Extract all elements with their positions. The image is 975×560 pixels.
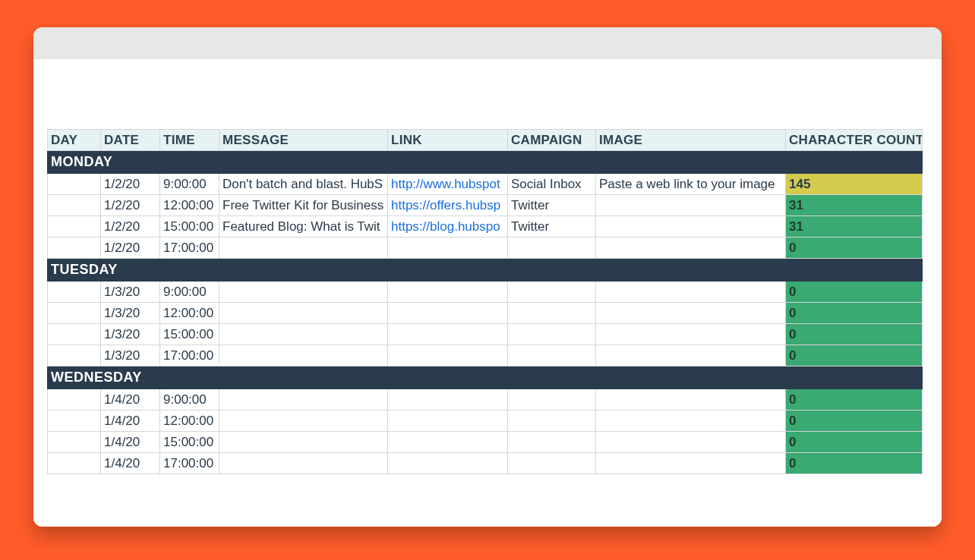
cell-image[interactable] xyxy=(596,345,786,367)
cell-message[interactable] xyxy=(219,345,388,367)
cell-time[interactable]: 12:00:00 xyxy=(160,195,219,216)
cell-time[interactable]: 15:00:00 xyxy=(160,216,219,238)
cell-image[interactable]: Paste a web link to your image xyxy=(596,174,786,195)
cell-time[interactable]: 17:00:00 xyxy=(160,345,219,367)
cell-campaign[interactable] xyxy=(508,282,596,303)
cell-image[interactable] xyxy=(596,216,786,238)
table-row[interactable]: 1/3/2017:00:000 xyxy=(48,345,923,367)
cell-date[interactable]: 1/2/20 xyxy=(101,174,160,195)
social-schedule-table[interactable]: DAY DATE TIME MESSAGE LINK CAMPAIGN IMAG… xyxy=(47,129,923,474)
cell-link[interactable] xyxy=(388,282,508,303)
cell-time[interactable]: 9:00:00 xyxy=(160,174,219,195)
cell-campaign[interactable] xyxy=(508,324,596,345)
table-row[interactable]: 1/2/209:00:00Don't batch and blast. HubS… xyxy=(48,174,923,195)
cell-date[interactable]: 1/3/20 xyxy=(101,303,160,324)
cell-message[interactable] xyxy=(219,324,388,345)
cell-time[interactable]: 12:00:00 xyxy=(160,303,219,324)
col-header-image[interactable]: IMAGE xyxy=(596,130,786,151)
cell-date[interactable]: 1/3/20 xyxy=(101,324,160,345)
cell-image[interactable] xyxy=(596,282,786,303)
table-row[interactable]: 1/3/2015:00:000 xyxy=(48,324,923,345)
cell-character-count[interactable]: 31 xyxy=(786,216,923,238)
cell-day[interactable] xyxy=(48,174,101,195)
col-header-message[interactable]: MESSAGE xyxy=(219,130,388,151)
cell-link[interactable] xyxy=(388,303,508,324)
cell-time[interactable]: 9:00:00 xyxy=(160,389,219,411)
col-header-time[interactable]: TIME xyxy=(160,130,219,151)
cell-day[interactable] xyxy=(48,282,101,303)
cell-character-count[interactable]: 0 xyxy=(786,324,923,345)
cell-day[interactable] xyxy=(48,411,101,432)
cell-image[interactable] xyxy=(596,238,786,259)
cell-link[interactable]: https://blog.hubspo xyxy=(388,216,508,238)
cell-image[interactable] xyxy=(596,195,786,216)
table-row[interactable]: 1/2/2015:00:00Featured Blog: What is Twi… xyxy=(48,216,923,238)
col-header-day[interactable]: DAY xyxy=(48,130,101,151)
cell-image[interactable] xyxy=(596,303,786,324)
cell-date[interactable]: 1/4/20 xyxy=(101,389,160,411)
cell-time[interactable]: 9:00:00 xyxy=(160,282,219,303)
cell-time[interactable]: 17:00:00 xyxy=(160,453,219,474)
col-header-date[interactable]: DATE xyxy=(101,130,160,151)
table-row[interactable]: 1/4/2017:00:000 xyxy=(48,453,923,474)
cell-image[interactable] xyxy=(596,411,786,432)
cell-character-count[interactable]: 0 xyxy=(786,238,923,259)
cell-link[interactable] xyxy=(388,432,508,453)
cell-image[interactable] xyxy=(596,432,786,453)
cell-date[interactable]: 1/4/20 xyxy=(101,432,160,453)
cell-character-count[interactable]: 0 xyxy=(786,282,923,303)
cell-date[interactable]: 1/3/20 xyxy=(101,345,160,367)
col-header-link[interactable]: LINK xyxy=(388,130,508,151)
cell-character-count[interactable]: 0 xyxy=(786,453,923,474)
cell-message[interactable]: Featured Blog: What is Twit xyxy=(219,216,388,238)
cell-message[interactable] xyxy=(219,238,388,259)
table-row[interactable]: 1/3/2012:00:000 xyxy=(48,303,923,324)
cell-time[interactable]: 15:00:00 xyxy=(160,324,219,345)
cell-date[interactable]: 1/2/20 xyxy=(101,216,160,238)
table-row[interactable]: 1/2/2012:00:00Free Twitter Kit for Busin… xyxy=(48,195,923,216)
cell-link[interactable] xyxy=(388,411,508,432)
cell-character-count[interactable]: 31 xyxy=(786,195,923,216)
cell-link[interactable] xyxy=(388,238,508,259)
cell-link[interactable]: https://offers.hubsp xyxy=(388,195,508,216)
cell-date[interactable]: 1/4/20 xyxy=(101,453,160,474)
cell-day[interactable] xyxy=(48,195,101,216)
cell-date[interactable]: 1/2/20 xyxy=(101,195,160,216)
cell-day[interactable] xyxy=(48,453,101,474)
cell-message[interactable] xyxy=(219,303,388,324)
table-row[interactable]: 1/3/209:00:000 xyxy=(48,282,923,303)
cell-character-count[interactable]: 145 xyxy=(786,174,923,195)
cell-image[interactable] xyxy=(596,389,786,411)
cell-day[interactable] xyxy=(48,432,101,453)
cell-campaign[interactable]: Social Inbox xyxy=(508,174,596,195)
cell-campaign[interactable] xyxy=(508,238,596,259)
cell-link[interactable] xyxy=(388,389,508,411)
cell-campaign[interactable]: Twitter xyxy=(508,195,596,216)
cell-campaign[interactable] xyxy=(508,389,596,411)
cell-message[interactable] xyxy=(219,411,388,432)
cell-message[interactable] xyxy=(219,432,388,453)
cell-campaign[interactable] xyxy=(508,345,596,367)
cell-link[interactable]: http://www.hubspot xyxy=(388,174,508,195)
table-row[interactable]: 1/2/2017:00:000 xyxy=(48,238,923,259)
col-header-count[interactable]: CHARACTER COUNT xyxy=(786,130,923,151)
cell-campaign[interactable] xyxy=(508,303,596,324)
cell-date[interactable]: 1/3/20 xyxy=(101,282,160,303)
col-header-campaign[interactable]: CAMPAIGN xyxy=(508,130,596,151)
cell-link[interactable] xyxy=(388,453,508,474)
cell-time[interactable]: 15:00:00 xyxy=(160,432,219,453)
spreadsheet-canvas[interactable]: DAY DATE TIME MESSAGE LINK CAMPAIGN IMAG… xyxy=(33,59,942,527)
cell-message[interactable] xyxy=(219,453,388,474)
cell-day[interactable] xyxy=(48,303,101,324)
cell-message[interactable]: Don't batch and blast. HubS xyxy=(219,174,388,195)
cell-time[interactable]: 17:00:00 xyxy=(160,238,219,259)
cell-campaign[interactable] xyxy=(508,411,596,432)
cell-day[interactable] xyxy=(48,216,101,238)
cell-campaign[interactable]: Twitter xyxy=(508,216,596,238)
cell-day[interactable] xyxy=(48,345,101,367)
table-row[interactable]: 1/4/209:00:000 xyxy=(48,389,923,411)
cell-character-count[interactable]: 0 xyxy=(786,432,923,453)
cell-message[interactable]: Free Twitter Kit for Business xyxy=(219,195,388,216)
cell-image[interactable] xyxy=(596,324,786,345)
cell-link[interactable] xyxy=(388,345,508,367)
